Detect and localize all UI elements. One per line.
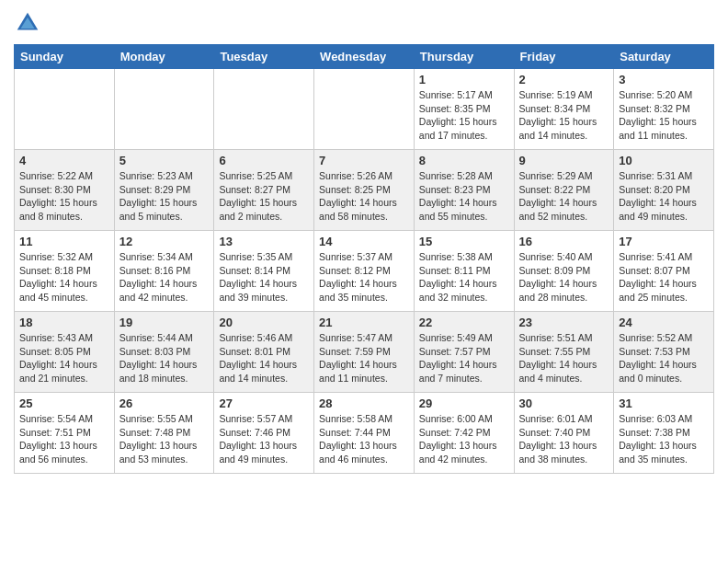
cell-week1-day3 [314, 69, 415, 150]
cell-week1-day0 [15, 69, 115, 150]
cell-week1-day5: 2Sunrise: 5:19 AMSunset: 8:34 PMDaylight… [514, 69, 614, 150]
day-info: Sunrise: 5:37 AMSunset: 8:12 PMDaylight:… [319, 250, 409, 304]
cell-week2-day3: 7Sunrise: 5:26 AMSunset: 8:25 PMDaylight… [314, 150, 415, 231]
calendar: SundayMondayTuesdayWednesdayThursdayFrid… [14, 44, 714, 474]
day-info: Sunrise: 5:47 AMSunset: 7:59 PMDaylight:… [319, 331, 409, 385]
day-info: Sunrise: 5:44 AMSunset: 8:03 PMDaylight:… [119, 331, 210, 385]
header-thursday: Thursday [414, 45, 514, 69]
day-info: Sunrise: 6:00 AMSunset: 7:42 PMDaylight:… [419, 412, 509, 466]
day-info: Sunrise: 5:28 AMSunset: 8:23 PMDaylight:… [419, 169, 509, 224]
cell-week5-day3: 28Sunrise: 5:58 AMSunset: 7:44 PMDayligh… [314, 393, 415, 474]
day-info: Sunrise: 5:32 AMSunset: 8:18 PMDaylight:… [19, 250, 109, 304]
day-number: 10 [619, 154, 709, 167]
day-info: Sunrise: 5:55 AMSunset: 7:48 PMDaylight:… [119, 412, 210, 466]
cell-week4-day5: 23Sunrise: 5:51 AMSunset: 7:55 PMDayligh… [514, 312, 614, 393]
cell-week1-day4: 1Sunrise: 5:17 AMSunset: 8:35 PMDaylight… [414, 69, 514, 150]
day-number: 6 [219, 154, 309, 167]
day-number: 30 [519, 396, 609, 410]
day-info: Sunrise: 6:03 AMSunset: 7:38 PMDaylight:… [619, 412, 709, 466]
header-friday: Friday [514, 45, 614, 69]
header-tuesday: Tuesday [214, 45, 314, 69]
header-saturday: Saturday [614, 45, 714, 69]
day-number: 16 [519, 235, 609, 248]
cell-week2-day4: 8Sunrise: 5:28 AMSunset: 8:23 PMDaylight… [414, 150, 514, 231]
day-info: Sunrise: 5:23 AMSunset: 8:29 PMDaylight:… [119, 169, 210, 224]
weekday-header-row: SundayMondayTuesdayWednesdayThursdayFrid… [15, 45, 714, 69]
day-number: 21 [319, 316, 409, 329]
cell-week4-day4: 22Sunrise: 5:49 AMSunset: 7:57 PMDayligh… [414, 312, 514, 393]
cell-week5-day4: 29Sunrise: 6:00 AMSunset: 7:42 PMDayligh… [414, 393, 514, 474]
cell-week4-day3: 21Sunrise: 5:47 AMSunset: 7:59 PMDayligh… [314, 312, 415, 393]
logo [14, 9, 45, 37]
day-info: Sunrise: 5:57 AMSunset: 7:46 PMDaylight:… [219, 412, 309, 466]
day-info: Sunrise: 5:20 AMSunset: 8:32 PMDaylight:… [619, 88, 709, 143]
header [14, 9, 714, 37]
cell-week5-day0: 25Sunrise: 5:54 AMSunset: 7:51 PMDayligh… [15, 393, 115, 474]
week-row-3: 11Sunrise: 5:32 AMSunset: 8:18 PMDayligh… [15, 231, 714, 312]
page: SundayMondayTuesdayWednesdayThursdayFrid… [0, 0, 728, 488]
cell-week2-day1: 5Sunrise: 5:23 AMSunset: 8:29 PMDaylight… [114, 150, 214, 231]
day-number: 11 [19, 235, 109, 248]
day-number: 13 [219, 235, 309, 248]
cell-week4-day6: 24Sunrise: 5:52 AMSunset: 7:53 PMDayligh… [614, 312, 714, 393]
day-number: 27 [219, 396, 309, 410]
day-info: Sunrise: 5:58 AMSunset: 7:44 PMDaylight:… [319, 412, 409, 466]
day-number: 15 [419, 235, 509, 248]
cell-week2-day2: 6Sunrise: 5:25 AMSunset: 8:27 PMDaylight… [214, 150, 314, 231]
day-number: 3 [619, 73, 709, 86]
week-row-1: 1Sunrise: 5:17 AMSunset: 8:35 PMDaylight… [15, 69, 714, 150]
cell-week3-day6: 17Sunrise: 5:41 AMSunset: 8:07 PMDayligh… [614, 231, 714, 312]
day-number: 7 [319, 154, 409, 167]
day-number: 12 [119, 235, 210, 248]
day-info: Sunrise: 5:41 AMSunset: 8:07 PMDaylight:… [619, 250, 709, 304]
cell-week4-day0: 18Sunrise: 5:43 AMSunset: 8:05 PMDayligh… [15, 312, 115, 393]
day-info: Sunrise: 5:35 AMSunset: 8:14 PMDaylight:… [219, 250, 309, 304]
day-number: 23 [519, 316, 609, 329]
header-sunday: Sunday [15, 45, 115, 69]
day-info: Sunrise: 5:54 AMSunset: 7:51 PMDaylight:… [19, 412, 109, 466]
cell-week1-day2 [214, 69, 314, 150]
cell-week2-day5: 9Sunrise: 5:29 AMSunset: 8:22 PMDaylight… [514, 150, 614, 231]
cell-week3-day5: 16Sunrise: 5:40 AMSunset: 8:09 PMDayligh… [514, 231, 614, 312]
day-info: Sunrise: 5:49 AMSunset: 7:57 PMDaylight:… [419, 331, 509, 385]
day-info: Sunrise: 5:46 AMSunset: 8:01 PMDaylight:… [219, 331, 309, 385]
day-info: Sunrise: 5:31 AMSunset: 8:20 PMDaylight:… [619, 169, 709, 224]
day-number: 28 [319, 396, 409, 410]
day-number: 22 [419, 316, 509, 329]
day-number: 5 [119, 154, 210, 167]
day-number: 14 [319, 235, 409, 248]
cell-week1-day1 [114, 69, 214, 150]
day-info: Sunrise: 5:43 AMSunset: 8:05 PMDaylight:… [19, 331, 109, 385]
cell-week5-day6: 31Sunrise: 6:03 AMSunset: 7:38 PMDayligh… [614, 393, 714, 474]
day-number: 8 [419, 154, 509, 167]
day-number: 18 [19, 316, 109, 329]
day-info: Sunrise: 5:17 AMSunset: 8:35 PMDaylight:… [419, 88, 509, 143]
day-number: 24 [619, 316, 709, 329]
day-number: 17 [619, 235, 709, 248]
day-info: Sunrise: 6:01 AMSunset: 7:40 PMDaylight:… [519, 412, 609, 466]
cell-week3-day0: 11Sunrise: 5:32 AMSunset: 8:18 PMDayligh… [15, 231, 115, 312]
cell-week2-day0: 4Sunrise: 5:22 AMSunset: 8:30 PMDaylight… [15, 150, 115, 231]
day-number: 1 [419, 73, 509, 86]
day-info: Sunrise: 5:19 AMSunset: 8:34 PMDaylight:… [519, 88, 609, 143]
header-monday: Monday [114, 45, 214, 69]
cell-week1-day6: 3Sunrise: 5:20 AMSunset: 8:32 PMDaylight… [614, 69, 714, 150]
day-info: Sunrise: 5:52 AMSunset: 7:53 PMDaylight:… [619, 331, 709, 385]
cell-week5-day2: 27Sunrise: 5:57 AMSunset: 7:46 PMDayligh… [214, 393, 314, 474]
header-wednesday: Wednesday [314, 45, 415, 69]
week-row-4: 18Sunrise: 5:43 AMSunset: 8:05 PMDayligh… [15, 312, 714, 393]
day-number: 2 [519, 73, 609, 86]
day-info: Sunrise: 5:40 AMSunset: 8:09 PMDaylight:… [519, 250, 609, 304]
cell-week5-day5: 30Sunrise: 6:01 AMSunset: 7:40 PMDayligh… [514, 393, 614, 474]
cell-week2-day6: 10Sunrise: 5:31 AMSunset: 8:20 PMDayligh… [614, 150, 714, 231]
day-info: Sunrise: 5:22 AMSunset: 8:30 PMDaylight:… [19, 169, 109, 224]
week-row-5: 25Sunrise: 5:54 AMSunset: 7:51 PMDayligh… [15, 393, 714, 474]
cell-week3-day3: 14Sunrise: 5:37 AMSunset: 8:12 PMDayligh… [314, 231, 415, 312]
day-info: Sunrise: 5:38 AMSunset: 8:11 PMDaylight:… [419, 250, 509, 304]
cell-week3-day1: 12Sunrise: 5:34 AMSunset: 8:16 PMDayligh… [114, 231, 214, 312]
day-number: 31 [619, 396, 709, 410]
cell-week4-day2: 20Sunrise: 5:46 AMSunset: 8:01 PMDayligh… [214, 312, 314, 393]
week-row-2: 4Sunrise: 5:22 AMSunset: 8:30 PMDaylight… [15, 150, 714, 231]
cell-week4-day1: 19Sunrise: 5:44 AMSunset: 8:03 PMDayligh… [114, 312, 214, 393]
day-number: 19 [119, 316, 210, 329]
